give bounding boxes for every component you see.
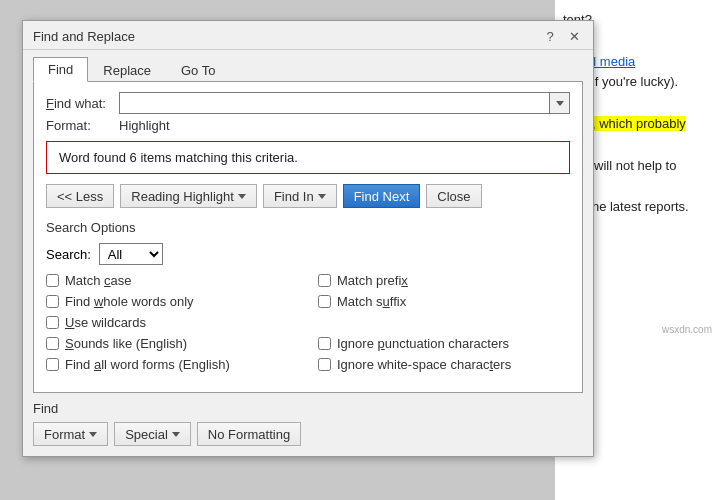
format-row: Format: Highlight: [46, 118, 570, 133]
search-dropdown[interactable]: All Down Up: [99, 243, 163, 265]
checkbox-ignore-punct: [318, 315, 570, 330]
match-case-label: Match case: [65, 273, 131, 288]
sounds-like-checkbox[interactable]: [46, 337, 59, 350]
find-input[interactable]: [119, 92, 550, 114]
bottom-buttons: Format Special No Formatting: [33, 422, 583, 446]
search-label: Search:: [46, 247, 91, 262]
checkboxes-grid: Match case Match prefix Find whole words…: [46, 273, 570, 372]
search-options-label: Search Options: [46, 220, 570, 235]
reading-highlight-label: Reading Highlight: [131, 189, 234, 204]
match-prefix-label: Match prefix: [337, 273, 408, 288]
ignore-space-label: Ignore white-space characters: [337, 357, 511, 372]
bottom-find-label: Find: [33, 401, 583, 416]
no-formatting-label: No Formatting: [208, 427, 290, 442]
checkbox-wildcards: Use wildcards: [46, 315, 298, 330]
close-button[interactable]: Close: [426, 184, 481, 208]
tabs-bar: Find Replace Go To: [23, 50, 593, 81]
ignore-punct-label: Ignore punctuation characters: [337, 336, 509, 351]
dropdown-arrow-icon: [556, 101, 564, 106]
find-next-label: Find Next: [354, 189, 410, 204]
format-arrow-icon: [89, 432, 97, 437]
word-forms-label: Find all word forms (English): [65, 357, 230, 372]
wildcards-label: Use wildcards: [65, 315, 146, 330]
find-what-row: Find what:: [46, 92, 570, 114]
search-row: Search: All Down Up: [46, 243, 570, 265]
find-input-wrapper: [119, 92, 570, 114]
match-case-checkbox[interactable]: [46, 274, 59, 287]
find-label-text: Find what:: [46, 96, 106, 111]
match-suffix-checkbox[interactable]: [318, 295, 331, 308]
checkbox-ignore-punct-row: Ignore punctuation characters: [318, 336, 570, 351]
whole-words-checkbox[interactable]: [46, 295, 59, 308]
dialog-title: Find and Replace: [33, 29, 135, 44]
special-button[interactable]: Special: [114, 422, 191, 446]
less-button[interactable]: << Less: [46, 184, 114, 208]
result-text: Word found 6 items matching this criteri…: [59, 150, 298, 165]
close-button-label: Close: [437, 189, 470, 204]
no-formatting-button[interactable]: No Formatting: [197, 422, 301, 446]
checkbox-whole-words: Find whole words only: [46, 294, 298, 309]
reading-highlight-button[interactable]: Reading Highlight: [120, 184, 257, 208]
format-button-label: Format: [44, 427, 85, 442]
tab-goto[interactable]: Go To: [166, 57, 230, 82]
title-controls: ? ✕: [541, 27, 583, 45]
find-next-button[interactable]: Find Next: [343, 184, 421, 208]
checkbox-match-case: Match case: [46, 273, 298, 288]
format-button[interactable]: Format: [33, 422, 108, 446]
less-button-label: << Less: [57, 189, 103, 204]
format-value: Highlight: [119, 118, 170, 133]
checkbox-word-forms: Find all word forms (English): [46, 357, 298, 372]
reading-highlight-arrow-icon: [238, 194, 246, 199]
format-label: Format:: [46, 118, 111, 133]
help-button[interactable]: ?: [541, 27, 559, 45]
find-in-arrow-icon: [318, 194, 326, 199]
close-title-button[interactable]: ✕: [565, 27, 583, 45]
checkbox-match-prefix: Match prefix: [318, 273, 570, 288]
tab-find[interactable]: Find: [33, 57, 88, 82]
dialog-footer: Find Format Special No Formatting: [23, 393, 593, 456]
ignore-space-checkbox[interactable]: [318, 358, 331, 371]
find-in-button[interactable]: Find In: [263, 184, 337, 208]
match-prefix-checkbox[interactable]: [318, 274, 331, 287]
title-bar: Find and Replace ? ✕: [23, 21, 593, 50]
wildcards-checkbox[interactable]: [46, 316, 59, 329]
match-suffix-label: Match suffix: [337, 294, 406, 309]
find-replace-dialog: Find and Replace ? ✕ Find Replace Go To …: [22, 20, 594, 457]
word-forms-checkbox[interactable]: [46, 358, 59, 371]
checkbox-sounds-like: Sounds like (English): [46, 336, 298, 351]
special-arrow-icon: [172, 432, 180, 437]
whole-words-label: Find whole words only: [65, 294, 194, 309]
checkbox-ignore-space: Ignore white-space characters: [318, 357, 570, 372]
action-buttons: << Less Reading Highlight Find In Find N…: [46, 184, 570, 208]
checkbox-match-suffix: Match suffix: [318, 294, 570, 309]
sounds-like-label: Sounds like (English): [65, 336, 187, 351]
find-in-label: Find In: [274, 189, 314, 204]
find-what-label: Find what:: [46, 96, 111, 111]
ignore-punct-checkbox[interactable]: [318, 337, 331, 350]
find-input-dropdown[interactable]: [550, 92, 570, 114]
result-message: Word found 6 items matching this criteri…: [46, 141, 570, 174]
special-button-label: Special: [125, 427, 168, 442]
dialog-content: Find what: Format: Highlight Word found …: [33, 81, 583, 393]
tab-replace[interactable]: Replace: [88, 57, 166, 82]
